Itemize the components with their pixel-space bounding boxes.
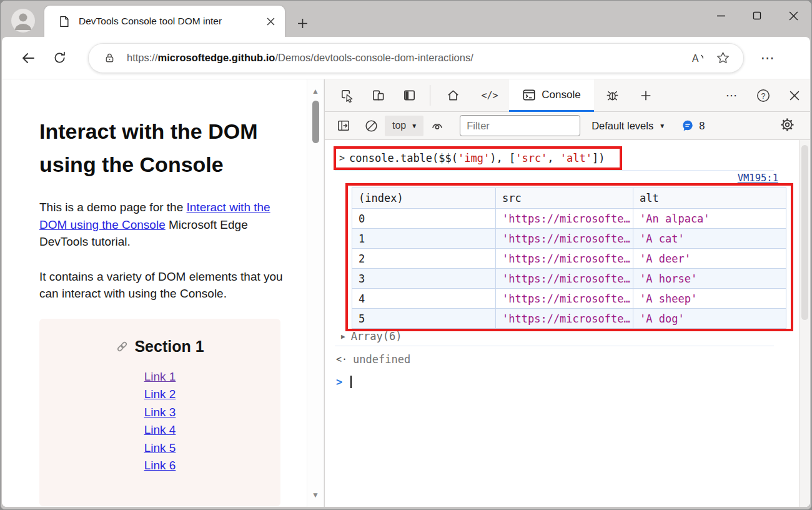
console-filter-input[interactable] bbox=[460, 115, 580, 136]
maximize-button[interactable] bbox=[739, 1, 775, 31]
section-link-item: Link 3 bbox=[46, 404, 274, 422]
url-text: https://microsoftedge.github.io/Demos/de… bbox=[127, 52, 687, 64]
array-summary: Array(6) bbox=[351, 330, 402, 342]
back-button[interactable] bbox=[16, 46, 41, 71]
section-link[interactable]: Link 6 bbox=[144, 459, 176, 472]
levels-label: Default levels bbox=[592, 120, 653, 132]
more-tabs-button[interactable] bbox=[630, 79, 661, 111]
command-token: 'alt' bbox=[560, 152, 592, 164]
refresh-icon bbox=[52, 51, 67, 65]
section-link-item: Link 6 bbox=[46, 457, 274, 475]
browser-menu-button[interactable]: ⋯ bbox=[755, 46, 780, 71]
close-icon bbox=[789, 11, 798, 21]
javascript-context-selector[interactable]: top ▼ bbox=[385, 116, 423, 136]
favorites-button[interactable] bbox=[711, 46, 735, 70]
section-link[interactable]: Link 4 bbox=[144, 423, 176, 436]
table-cell: 'A horse' bbox=[633, 269, 786, 289]
table-cell: 'https://microsofte… bbox=[496, 209, 633, 229]
command-annotation-box: > console.table($$('img'), ['src', 'alt'… bbox=[334, 146, 622, 170]
browser-tab[interactable]: DevTools Console tool DOM inter bbox=[44, 6, 285, 37]
tab-close-button[interactable] bbox=[262, 13, 279, 29]
scrollbar-up-arrow[interactable]: ▲ bbox=[307, 87, 324, 96]
array-result-row[interactable]: ▶ Array(6) bbox=[341, 330, 402, 342]
device-emulation-button[interactable] bbox=[362, 79, 394, 111]
profile-avatar[interactable] bbox=[9, 7, 37, 34]
return-value-icon: <· bbox=[336, 354, 347, 365]
page-document-icon bbox=[58, 14, 70, 29]
table-row: 1'https://microsofte…'A cat' bbox=[352, 229, 786, 249]
read-aloud-button[interactable]: A bbox=[687, 46, 711, 70]
section-1-heading: Section 1 bbox=[46, 338, 274, 356]
devtools-scrollbar-thumb[interactable] bbox=[801, 145, 808, 320]
section-link[interactable]: Link 2 bbox=[144, 388, 176, 401]
close-devtools-button[interactable] bbox=[779, 79, 810, 111]
devtools-scrollbar[interactable] bbox=[799, 140, 810, 507]
tab-sources[interactable]: </> bbox=[470, 79, 509, 111]
intro-paragraph: This is a demo page for the Interact wit… bbox=[39, 199, 284, 251]
console-log-area[interactable]: > console.table($$('img'), ['src', 'alt'… bbox=[325, 140, 799, 507]
table-annotation-box: (index)srcalt 0'https://microsofte…'An a… bbox=[345, 183, 793, 331]
scrollbar-thumb[interactable] bbox=[312, 101, 319, 143]
dock-panel-icon bbox=[402, 88, 417, 102]
devtools-settings-button[interactable] bbox=[780, 117, 795, 132]
section-link-item: Link 5 bbox=[46, 439, 274, 458]
section-link-item: Link 2 bbox=[46, 386, 274, 404]
page-title: Interact with the DOM using the Console bbox=[39, 115, 284, 181]
command-token: , bbox=[547, 152, 560, 164]
code-brackets-icon: </> bbox=[481, 90, 498, 101]
section-link[interactable]: Link 3 bbox=[144, 406, 176, 419]
console-icon bbox=[522, 89, 536, 101]
address-bar[interactable]: https://microsoftedge.github.io/Demos/de… bbox=[88, 43, 744, 73]
expand-triangle-icon[interactable]: ▶ bbox=[341, 332, 345, 341]
browser-window: DevTools Console tool DOM inter bbox=[0, 0, 812, 510]
url-scheme: https:// bbox=[127, 52, 158, 63]
window-controls bbox=[703, 1, 811, 31]
page-scrollbar[interactable]: ▲ ▼ bbox=[307, 79, 324, 507]
log-levels-dropdown[interactable]: Default levels ▼ bbox=[592, 120, 665, 132]
console-prompt[interactable]: > bbox=[336, 376, 352, 388]
new-tab-button[interactable] bbox=[292, 14, 313, 32]
console-sidebar-toggle[interactable] bbox=[330, 112, 357, 139]
body-paragraph: It contains a variety of DOM elements th… bbox=[39, 268, 284, 302]
devtools-menu-button[interactable]: ⋯ bbox=[716, 79, 748, 111]
inspect-tool-button[interactable] bbox=[331, 79, 362, 111]
tab-debugger[interactable] bbox=[594, 79, 630, 111]
table-cell: 'https://microsofte… bbox=[496, 289, 633, 309]
table-row: 2'https://microsofte…'A deer' bbox=[352, 249, 786, 269]
clear-console-button[interactable] bbox=[357, 112, 385, 139]
section-link[interactable]: Link 1 bbox=[144, 370, 176, 383]
section-title-text: Section 1 bbox=[134, 338, 204, 356]
table-column-header[interactable]: src bbox=[496, 188, 633, 209]
devtools-help-button[interactable]: ? bbox=[748, 79, 779, 111]
tab-welcome[interactable] bbox=[435, 79, 470, 111]
table-cell: 3 bbox=[352, 269, 496, 289]
live-expression-button[interactable] bbox=[423, 112, 451, 139]
minimize-button[interactable] bbox=[703, 1, 739, 31]
table-column-header[interactable]: alt bbox=[633, 188, 786, 209]
text-cursor bbox=[350, 376, 352, 388]
tab-console-active[interactable]: Console bbox=[509, 79, 594, 112]
console-command: console.table($$('img'), ['src', 'alt']) bbox=[349, 152, 605, 164]
address-toolbar: https://microsoftedge.github.io/Demos/de… bbox=[2, 37, 810, 79]
svg-text:A: A bbox=[692, 52, 699, 63]
inspect-cursor-icon bbox=[340, 88, 354, 102]
table-cell: 5 bbox=[352, 309, 496, 329]
home-icon bbox=[446, 88, 460, 102]
table-row: 3'https://microsofte…'A horse' bbox=[352, 269, 786, 289]
table-cell: 'A dog' bbox=[633, 309, 786, 329]
issues-counter[interactable]: 8 bbox=[681, 119, 705, 132]
table-column-header[interactable]: (index) bbox=[352, 188, 496, 209]
ellipsis-icon: ⋯ bbox=[761, 50, 775, 66]
section-link-item: Link 4 bbox=[46, 421, 274, 439]
issues-chat-icon bbox=[681, 119, 694, 132]
devtools-tab-bar: </> Console bbox=[325, 79, 810, 112]
table-header-row: (index)srcalt bbox=[352, 188, 786, 209]
refresh-button[interactable] bbox=[47, 46, 72, 71]
close-icon bbox=[267, 18, 275, 26]
web-page: Interact with the DOM using the Console … bbox=[2, 79, 307, 507]
source-location-link[interactable]: VM195:1 bbox=[738, 172, 778, 184]
scrollbar-down-arrow[interactable]: ▼ bbox=[307, 491, 324, 499]
dock-side-button[interactable] bbox=[394, 79, 425, 111]
section-link[interactable]: Link 5 bbox=[144, 441, 176, 454]
close-window-button[interactable] bbox=[775, 1, 811, 31]
